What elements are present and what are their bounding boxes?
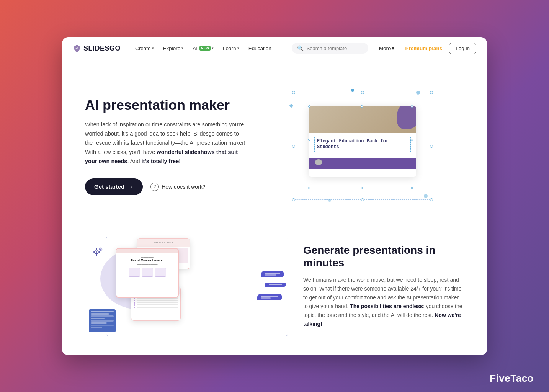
sel-dot-br (411, 187, 413, 189)
chat-bubble-1 (261, 271, 284, 277)
second-section: This is a timeline ▬▬▬▬▬ Pastel Waves Le… (62, 229, 487, 355)
nav-more[interactable]: More ▾ (375, 43, 399, 54)
stone-decor (315, 159, 322, 165)
nav-education[interactable]: Education (245, 43, 275, 54)
mini-slide-boxes (129, 268, 166, 277)
logo-text: SLIDESGO (83, 44, 121, 52)
section-description: We humans make the world move, but we ne… (303, 276, 464, 329)
sel-dot-tl (308, 105, 310, 108)
mid-dot-top (361, 91, 364, 94)
watermark: FiveTaco (490, 372, 534, 384)
corner-dot-tr (430, 91, 433, 94)
svg-rect-10 (93, 251, 95, 253)
learn-chevron-icon: ▾ (237, 46, 239, 50)
svg-rect-9 (96, 254, 97, 256)
gear-icons (91, 244, 106, 261)
mini-slide-sub: ▬▬▬▬▬▬▬▬▬ (137, 263, 158, 265)
arrow-icon: → (127, 183, 134, 190)
navbar: SLIDESGO Create ▾ Explore ▾ AI NEW ▾ Lea… (62, 37, 487, 60)
get-started-button[interactable]: Get started → (85, 178, 143, 195)
nav-explore[interactable]: Explore ▾ (159, 43, 188, 54)
timeline-header: This is a timeline (137, 239, 190, 247)
mini-slide-main-header (116, 249, 178, 253)
hero-right: Elegant Education Pack for Students (261, 81, 464, 211)
svg-rect-11 (99, 251, 100, 253)
more-chevron-icon: ▾ (392, 45, 394, 51)
svg-point-7 (96, 251, 97, 253)
nav-create[interactable]: Create ▾ (131, 43, 158, 54)
corner-dot-tl (292, 91, 295, 94)
mini-slide-main-title: Pastel Waves Lesson (131, 258, 163, 262)
list-row-6 (134, 307, 178, 308)
mini-slide-main: ▬▬▬▬▬ Pastel Waves Lesson ▬▬▬▬▬▬▬▬▬ (116, 248, 179, 298)
slide-card-top (309, 106, 416, 133)
second-section-illustration: This is a timeline ▬▬▬▬▬ Pastel Waves Le… (85, 237, 288, 336)
svg-rect-8 (96, 248, 97, 250)
search-input[interactable] (307, 46, 363, 51)
slide-bottom-bar (309, 158, 416, 169)
how-it-works-button[interactable]: ? How does it work? (150, 183, 205, 191)
logo[interactable]: SLIDESGO (73, 44, 121, 52)
section-title: Generate presentations in minutes (303, 244, 464, 270)
sel-dot-tr (411, 105, 413, 108)
float-deco-4 (328, 199, 331, 202)
svg-point-3 (392, 113, 394, 115)
sel-dot-tm (361, 105, 363, 108)
slide-card: Elegant Education Pack for Students (309, 106, 416, 177)
blue-block (89, 309, 116, 332)
list-row-5 (134, 304, 178, 306)
mini-box-1 (129, 268, 140, 277)
hero-section: AI presentation maker When lack of inspi… (62, 60, 487, 229)
slide-card-body: Elegant Education Pack for Students (309, 133, 416, 158)
hero-description: When lack of inspiration or time constra… (85, 120, 246, 166)
svg-point-0 (392, 110, 394, 112)
svg-point-1 (395, 110, 397, 112)
mini-subtitle: ▬▬▬▬▬ (141, 256, 154, 258)
list-row-4 (134, 302, 178, 304)
list-row-3 (134, 300, 178, 301)
second-section-text: Generate presentations in minutes We hum… (303, 244, 464, 329)
sel-dot-ml (308, 139, 310, 141)
login-button[interactable]: Log in (449, 43, 476, 54)
purple-blob (397, 106, 416, 129)
float-deco-1 (351, 89, 354, 92)
hero-left: AI presentation maker When lack of inspi… (85, 97, 246, 195)
ai-badge: NEW (199, 46, 211, 51)
create-chevron-icon: ▾ (152, 46, 154, 50)
nav-learn[interactable]: Learn ▾ (219, 43, 243, 54)
ai-chevron-icon: ▾ (212, 46, 214, 50)
sel-dot-bm (361, 187, 363, 189)
nav-premium[interactable]: Premium plans (401, 43, 446, 54)
corner-dot-br (430, 198, 433, 201)
chat-bubble-2 (265, 283, 286, 287)
sel-dot-bl (308, 187, 310, 189)
float-deco-2 (416, 91, 420, 95)
mid-dot-left (292, 145, 295, 148)
nav-links: Create ▾ Explore ▾ AI NEW ▾ Learn ▾ Educ… (131, 43, 285, 54)
search-box[interactable]: 🔍 (292, 43, 368, 54)
corner-dot-bl (292, 198, 295, 201)
mid-dot-right (430, 145, 433, 148)
mini-box-2 (142, 268, 153, 277)
nav-ai[interactable]: AI NEW ▾ (189, 43, 217, 54)
slide-preview: Elegant Education Pack for Students (290, 89, 435, 204)
hero-title: AI presentation maker (85, 97, 246, 113)
explore-chevron-icon: ▾ (181, 46, 183, 50)
chat-bubble-3 (257, 294, 282, 300)
search-icon: 🔍 (297, 45, 304, 51)
slide-title: Elegant Education Pack for Students (314, 137, 411, 152)
sel-dot-mr (411, 139, 413, 141)
float-deco-3 (424, 194, 428, 198)
question-icon: ? (150, 183, 159, 191)
float-deco-5 (289, 103, 293, 108)
svg-point-13 (100, 248, 101, 250)
mid-dot-bottom (361, 198, 364, 201)
mini-box-3 (155, 268, 166, 277)
mini-slide-main-body: ▬▬▬▬▬ Pastel Waves Lesson ▬▬▬▬▬▬▬▬▬ (116, 253, 178, 279)
hero-actions: Get started → ? How does it work? (85, 178, 246, 195)
main-container: SLIDESGO Create ▾ Explore ▾ AI NEW ▾ Lea… (62, 37, 487, 355)
